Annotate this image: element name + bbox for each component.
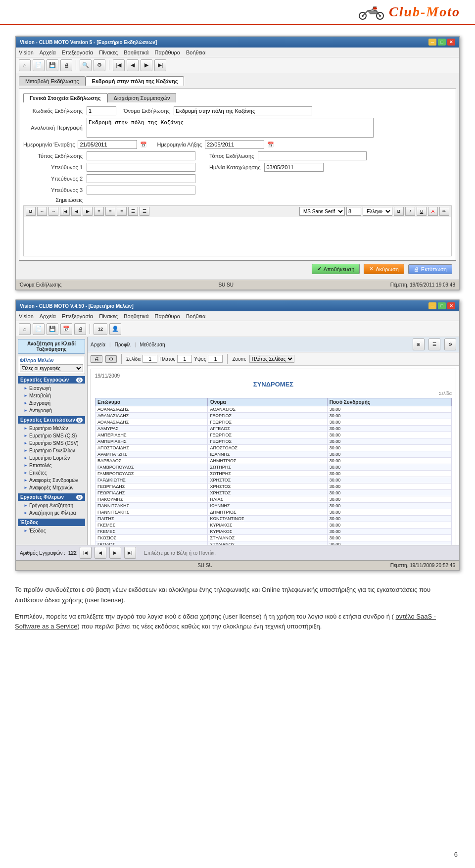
sidebar-item-quick-search[interactable]: ► Γρήγορη Αναζήτηση (18, 502, 85, 509)
sidebar-item-michanonwn[interactable]: ► Αναφορές Μηχανών (18, 484, 85, 491)
print-button[interactable]: 🖨 Εκτύπωση (408, 264, 452, 274)
menu-edit[interactable]: Επεξεργασία (62, 49, 93, 55)
desc-textarea[interactable]: Εκδρομή στην πόλη της Κοζάνης (87, 118, 374, 138)
menu-tables[interactable]: Πίνακες (99, 49, 118, 55)
print-btn-settings[interactable]: ⚙ (105, 355, 117, 363)
sidebar-item-sms-csv[interactable]: ► Ευρετήριο SMS (CSV) (18, 439, 85, 447)
sidebar-item-sms-qs[interactable]: ► Ευρετήριο SMS (Q.S) (18, 432, 85, 439)
minimize-button-1[interactable]: ─ (428, 39, 436, 46)
main-toolbar-btn-list[interactable]: ☰ (428, 338, 440, 350)
main-toolbar-btn-config[interactable]: ⚙ (444, 338, 456, 350)
notes-area[interactable] (23, 217, 452, 256)
notes-btn-arrow-fwd[interactable]: → (48, 207, 58, 216)
notes-btn-align-right[interactable]: ≡ (117, 207, 127, 216)
sidebar-item-sindromwn[interactable]: ► Αναφορές Συνδρομών (18, 477, 85, 484)
minimize-button-2[interactable]: ─ (428, 302, 436, 309)
end-date-icon[interactable]: 📅 (267, 142, 274, 148)
notes-btn-b[interactable]: B (394, 207, 404, 216)
notes-btn-u[interactable]: U (417, 207, 427, 216)
toolbar-btn-settings[interactable]: ⚙ (94, 59, 105, 71)
toolbar2-btn-save[interactable]: 💾 (47, 323, 58, 335)
nav-prev-btn[interactable]: ◀ (95, 547, 106, 559)
type-input[interactable] (87, 151, 195, 160)
menu2-tools[interactable]: Βοηθητικά (124, 313, 148, 319)
place-input[interactable] (258, 151, 367, 160)
reg-date-input[interactable] (264, 163, 324, 172)
notes-btn-nav-next[interactable]: ▶ (83, 207, 93, 216)
toolbar-btn-save[interactable]: 💾 (47, 59, 58, 71)
cancel-button[interactable]: ✕ Ακύρωση (364, 264, 404, 274)
sidebar-item-antigrafi[interactable]: ► Αντιγραφή (18, 407, 85, 414)
notes-btn-arrow-back[interactable]: ← (37, 207, 47, 216)
sidebar-item-eisagogi[interactable]: ► Εισαγωγή (18, 385, 85, 392)
toolbar-btn-nav-next[interactable]: ▶ (141, 59, 152, 71)
sidebar-item-etiketes[interactable]: ► Ετικέτες (18, 469, 85, 477)
notes-btn-bold[interactable]: B (26, 207, 36, 216)
tab-ekdromi[interactable]: Εκδρομή στην πόλη της Κοζάνης (86, 76, 185, 86)
sidebar-item-epistoles[interactable]: ► Επιστολές (18, 462, 85, 469)
toolbar-btn-nav-prev[interactable]: ◀ (127, 59, 139, 71)
close-button-1[interactable]: ✕ (447, 39, 455, 46)
menu2-edit[interactable]: Επεξεργασία (62, 313, 93, 319)
end-date-input[interactable] (205, 140, 264, 149)
menu-tools[interactable]: Βοηθητικά (124, 49, 148, 55)
toolbar-btn-nav-first[interactable]: |◀ (113, 59, 125, 71)
nav-last-btn[interactable]: ▶| (124, 547, 136, 559)
notes-font-select[interactable]: MS Sans Serif (299, 207, 345, 216)
filter-select[interactable]: Όλες οι εγγραφές (20, 364, 83, 372)
notes-btn-list1[interactable]: ☰ (128, 207, 138, 216)
sidebar-item-eyretiriomelon[interactable]: ► Ευρετήριο Μελών (18, 425, 85, 432)
nav-first-btn[interactable]: |◀ (80, 547, 92, 559)
menu-help[interactable]: Βοήθεια (186, 49, 205, 55)
menu2-tables[interactable]: Πίνακες (99, 313, 118, 319)
sidebar-search[interactable]: Αναζήτηση με Κλειδί Ταξινόμησης (18, 339, 85, 354)
menu-files[interactable]: Αρχεία (40, 49, 56, 55)
start-date-input[interactable] (78, 140, 137, 149)
toolbar2-btn-print[interactable]: 🖨 (74, 323, 86, 335)
save-button[interactable]: ✔ Αποθήκευση (312, 264, 360, 274)
maximize-button-1[interactable]: □ (438, 39, 446, 46)
page-input[interactable] (142, 355, 157, 363)
main-toolbar-btn-grid[interactable]: ⊞ (413, 338, 425, 350)
sidebar-item-metamvoli[interactable]: ► Μεταβολή (18, 392, 85, 399)
notes-size-input[interactable] (346, 207, 361, 216)
ypsos-input[interactable] (208, 355, 223, 363)
resp1-input[interactable] (87, 163, 195, 172)
nav-next-btn[interactable]: ▶ (109, 547, 121, 559)
menu2-vision[interactable]: Vision (19, 313, 34, 319)
notes-btn-nav-prev[interactable]: ◀ (71, 207, 81, 216)
toolbar2-btn-person[interactable]: 👤 (109, 323, 121, 335)
menu-window[interactable]: Παράθυρο (155, 49, 180, 55)
menu-vision[interactable]: Vision (19, 49, 34, 55)
close-button-2[interactable]: ✕ (447, 302, 455, 309)
toolbar-btn-print[interactable]: 🖨 (60, 59, 72, 71)
notes-btn-list2[interactable]: ☰ (140, 207, 149, 216)
sub-tab-general[interactable]: Γενικά Στοιχεία Εκδήλωσης (23, 93, 107, 102)
sidebar-item-exit[interactable]: ► Έξοδος (18, 527, 85, 534)
toolbar-btn-new[interactable]: 📄 (33, 59, 45, 71)
toolbar-btn-home[interactable]: ⌂ (19, 59, 31, 71)
sidebar-item-diagrafi[interactable]: ► Διαγραφή (18, 399, 85, 407)
name-input[interactable] (174, 106, 312, 115)
menu2-files[interactable]: Αρχεία (40, 313, 56, 319)
zoom-select[interactable]: Πλάτος Σελίδας (249, 355, 294, 363)
notes-btn-color[interactable]: A (428, 207, 438, 216)
code-input[interactable] (87, 106, 116, 115)
toolbar2-btn-home[interactable]: ⌂ (19, 323, 31, 335)
notes-lang-select[interactable]: Ελληνική (363, 207, 392, 216)
menu2-window[interactable]: Παράθυρο (155, 313, 180, 319)
notes-btn-highlight[interactable]: ✏ (439, 207, 449, 216)
toolbar-btn-search[interactable]: 🔍 (80, 59, 92, 71)
plathos-input[interactable] (177, 355, 192, 363)
tab-metamvoli[interactable]: Μεταβολή Εκδήλωσης (19, 76, 86, 86)
menu2-help[interactable]: Βοήθεια (186, 313, 205, 319)
sidebar-item-filter-search[interactable]: ► Αναζήτηση με Φίλτρα (18, 509, 85, 517)
sidebar-item-genethlia[interactable]: ► Ευρετήριο Γενεθλίων (18, 447, 85, 454)
sub-tab-management[interactable]: Διαχείριση Συμμετοχών (107, 93, 177, 102)
notes-btn-align-left[interactable]: ≡ (94, 207, 104, 216)
notes-btn-nav-first[interactable]: |◀ (60, 207, 70, 216)
resp2-input[interactable] (87, 174, 195, 183)
notes-btn-i[interactable]: I (405, 207, 415, 216)
sidebar-item-eortes[interactable]: ► Ευρετήριο Εορτών (18, 454, 85, 462)
toolbar2-btn-new[interactable]: 📄 (33, 323, 45, 335)
